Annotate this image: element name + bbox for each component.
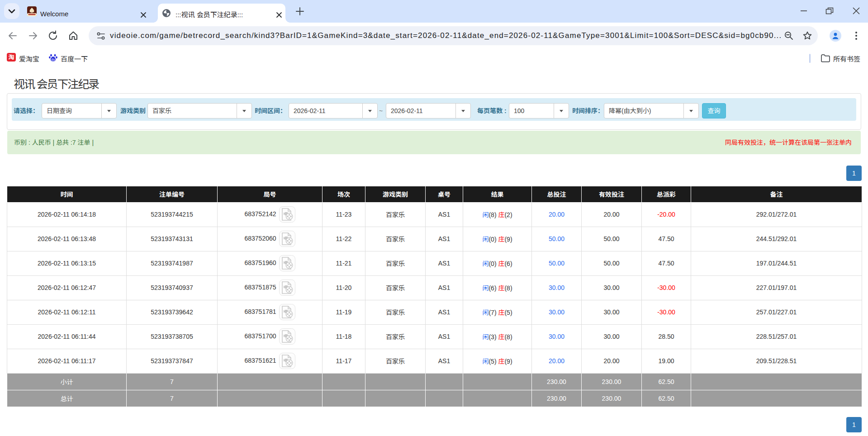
svg-text:du: du xyxy=(51,57,55,62)
